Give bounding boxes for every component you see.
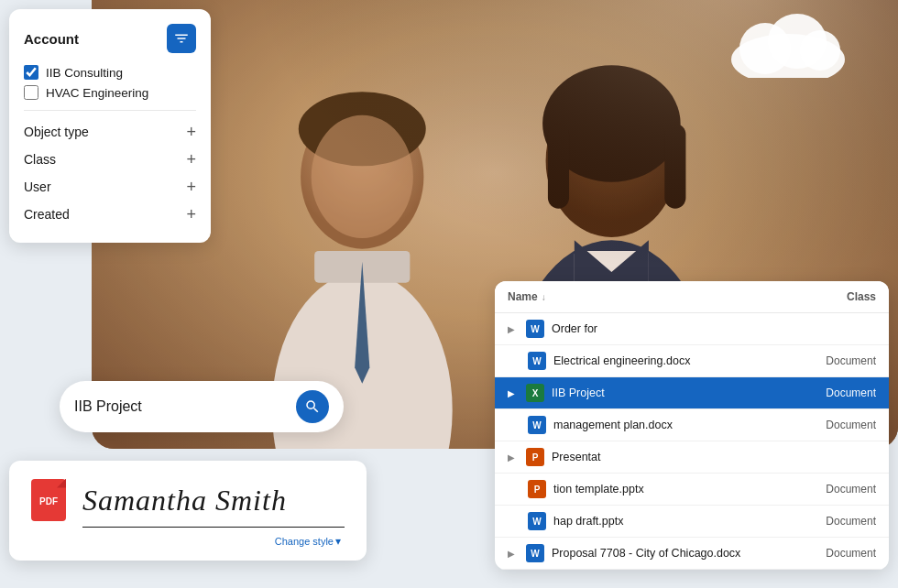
hvac-engineering-input[interactable] bbox=[24, 85, 38, 100]
row-expand-icon: ▶ bbox=[508, 452, 522, 463]
row-filename: management plan.docx bbox=[553, 419, 803, 431]
hvac-engineering-checkbox[interactable]: HVAC Engineering bbox=[24, 82, 196, 103]
created-expand-icon: + bbox=[186, 206, 196, 223]
row-filename: Proposal 7708 - City of Chicago.docx bbox=[552, 547, 803, 560]
column-class-header: Class bbox=[803, 290, 876, 303]
row-class: Document bbox=[803, 419, 876, 431]
table-row[interactable]: W hap draft.pptx Document bbox=[495, 506, 889, 538]
row-class: Document bbox=[803, 483, 876, 495]
filter-icon bbox=[173, 30, 190, 47]
table-row[interactable]: ▶ W Order for bbox=[495, 313, 889, 345]
file-table: Name ↓ Class ▶ W Order for W Electrical … bbox=[495, 281, 889, 570]
word-file-icon: W bbox=[528, 352, 546, 370]
class-label: Class bbox=[24, 152, 56, 167]
filter-row-object-type[interactable]: Object type + bbox=[24, 118, 196, 146]
row-filename: hap draft.pptx bbox=[553, 515, 803, 528]
word-file-icon: W bbox=[526, 544, 544, 562]
powerpoint-file-icon: P bbox=[526, 448, 544, 466]
powerpoint-file-icon: P bbox=[528, 480, 546, 498]
pdf-icon-body: PDF bbox=[31, 479, 66, 521]
filter-panel-title: Account bbox=[24, 31, 79, 47]
row-class: Document bbox=[803, 515, 876, 528]
signature-row: PDF Samantha Smith bbox=[31, 479, 345, 523]
row-class: Document bbox=[803, 387, 876, 399]
sort-arrow-icon: ↓ bbox=[542, 292, 546, 302]
filter-divider bbox=[24, 110, 196, 111]
row-expand-icon: ▶ bbox=[508, 388, 522, 398]
change-style-link[interactable]: Change style ▾ bbox=[275, 535, 341, 548]
signature-card: PDF Samantha Smith Change style ▾ bbox=[9, 461, 367, 561]
filter-panel: Account IIB Consulting HVAC Engineering … bbox=[9, 9, 211, 243]
name-column-label: Name bbox=[508, 290, 538, 303]
signature-underline bbox=[82, 527, 345, 528]
search-bar bbox=[60, 381, 344, 432]
chevron-down-icon: ▾ bbox=[335, 535, 341, 548]
row-class: Document bbox=[803, 354, 876, 367]
pdf-icon-text: PDF bbox=[39, 496, 58, 506]
row-filename: tion template.pptx bbox=[553, 483, 803, 495]
iib-consulting-label: IIB Consulting bbox=[46, 66, 123, 80]
table-row[interactable]: ▶ W Proposal 7708 - City of Chicago.docx… bbox=[495, 538, 889, 570]
filter-header: Account bbox=[24, 24, 196, 53]
table-row[interactable]: ▶ P Presentat bbox=[495, 441, 889, 474]
class-expand-icon: + bbox=[186, 151, 196, 168]
search-button[interactable] bbox=[296, 390, 329, 423]
pdf-icon: PDF bbox=[31, 479, 68, 523]
word-file-icon: W bbox=[528, 416, 546, 434]
row-expand-icon: ▶ bbox=[508, 549, 522, 559]
search-input[interactable] bbox=[74, 398, 296, 415]
filter-toggle-button[interactable] bbox=[167, 24, 196, 53]
pdf-icon-fold bbox=[57, 479, 66, 488]
filter-row-class[interactable]: Class + bbox=[24, 146, 196, 173]
object-type-expand-icon: + bbox=[186, 124, 196, 140]
row-filename: Presentat bbox=[552, 451, 803, 463]
word-file-icon: W bbox=[528, 512, 546, 530]
filter-row-created[interactable]: Created + bbox=[24, 201, 196, 228]
excel-file-icon: X bbox=[526, 384, 544, 402]
iib-consulting-checkbox[interactable]: IIB Consulting bbox=[24, 62, 196, 82]
filter-row-user[interactable]: User + bbox=[24, 173, 196, 201]
row-class: Document bbox=[803, 547, 876, 560]
user-expand-icon: + bbox=[186, 179, 196, 195]
object-type-label: Object type bbox=[24, 125, 89, 139]
iib-consulting-input[interactable] bbox=[24, 65, 38, 80]
row-expand-icon: ▶ bbox=[508, 324, 522, 334]
row-filename: IIB Project bbox=[552, 387, 803, 399]
table-row[interactable]: P tion template.pptx Document bbox=[495, 474, 889, 506]
account-section: IIB Consulting HVAC Engineering bbox=[24, 62, 196, 103]
word-file-icon: W bbox=[526, 320, 544, 338]
change-style-label: Change style bbox=[275, 536, 334, 547]
table-row[interactable]: W management plan.docx Document bbox=[495, 409, 889, 441]
user-label: User bbox=[24, 180, 51, 194]
created-label: Created bbox=[24, 207, 70, 222]
table-row-highlighted[interactable]: ▶ X IIB Project Document bbox=[495, 377, 889, 409]
table-header: Name ↓ Class bbox=[495, 281, 889, 313]
row-filename: Electrical engineering.docx bbox=[553, 354, 803, 367]
column-name-header: Name ↓ bbox=[508, 290, 803, 303]
search-icon bbox=[304, 398, 321, 415]
row-filename: Order for bbox=[552, 322, 803, 335]
svg-point-19 bbox=[800, 30, 840, 71]
table-row[interactable]: W Electrical engineering.docx Document bbox=[495, 345, 889, 377]
cloud-decoration bbox=[728, 14, 848, 82]
change-style-row: Change style ▾ bbox=[31, 535, 341, 548]
hvac-engineering-label: HVAC Engineering bbox=[46, 86, 148, 100]
signature-text: Samantha Smith bbox=[82, 484, 287, 517]
